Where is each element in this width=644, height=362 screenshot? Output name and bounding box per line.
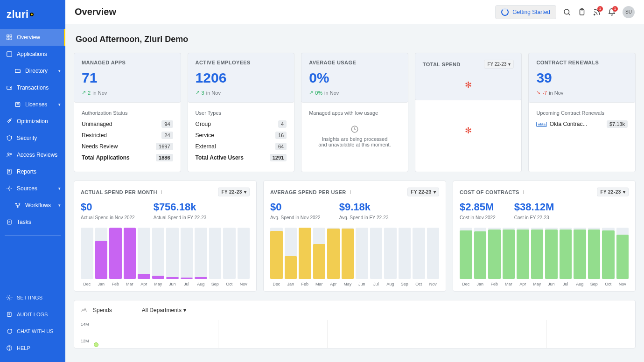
feed-icon[interactable]: 1 (593, 8, 601, 16)
spends-label: Spends (93, 307, 112, 313)
bar-fill (342, 229, 354, 279)
bar-track (616, 228, 629, 279)
kpi-delta-value: 3 (202, 90, 204, 96)
bar-label: Aug (576, 282, 583, 286)
fy-chip-label: FY 22-23 (221, 189, 242, 195)
fy-selector[interactable]: FY 22-23▾ (597, 188, 629, 196)
kpi-label: AVERAGE USAGE (309, 60, 400, 65)
getting-started-button[interactable]: Getting Started (495, 5, 556, 19)
bar-fill (517, 230, 529, 279)
info-icon[interactable]: i (161, 189, 162, 195)
bar-track (399, 228, 411, 279)
clipboard-icon[interactable] (578, 8, 586, 16)
svg-point-14 (19, 203, 20, 204)
list-item[interactable]: Unmanaged94 (82, 120, 173, 128)
row-label: Service (196, 132, 214, 139)
bar-column: Jan (95, 228, 108, 286)
sidebar-item-licenses[interactable]: Licenses▾ (0, 96, 65, 113)
fy-selector[interactable]: FY 22-23 ▾ (484, 60, 514, 69)
info-icon[interactable]: i (523, 189, 525, 195)
bar-column: May (342, 228, 354, 286)
sidebar-item-applications[interactable]: Applications (0, 46, 65, 63)
bar-chart: DecJanFebMarAprMayJunJulAugSepOctNov (460, 226, 629, 286)
main-pane: Overview Getting Started 1 1 SU Go (65, 0, 644, 362)
info-icon[interactable]: i (350, 189, 351, 195)
kpi-header: MANAGED APPS 71 ↗ 2 in Nov (74, 53, 181, 103)
kpi-delta: ↗ 0% in Nov (309, 90, 400, 96)
bar-column: Jan (474, 228, 487, 286)
sidebar-item-chat[interactable]: CHAT WITH US (0, 323, 65, 340)
bar-label: Jul (563, 282, 568, 286)
sidebar-item-sources[interactable]: Sources▾ (0, 180, 65, 197)
progress-ring-icon (501, 8, 509, 16)
sidebar-item-overview[interactable]: Overview (0, 29, 65, 46)
fy-chip-label: FY 22-23 (411, 189, 431, 195)
kpi-total-spend: TOTAL SPEND FY 22-23 ▾ (415, 53, 522, 172)
trend-up-icon: ↗ (309, 90, 313, 96)
bar-column: Nov (616, 228, 629, 286)
bar-fill (503, 230, 515, 279)
bar-column: Apr (327, 228, 340, 286)
bar-column: Jun (356, 228, 368, 286)
charts-row: ACTUAL SPEND PER MONTH i FY 22-23▾ $0Act… (74, 181, 636, 292)
bar-label: Dec (83, 282, 91, 286)
chevron-down-icon: ▾ (508, 62, 511, 67)
chart-metric-sub: Cost in FY 22-23 (514, 215, 554, 220)
list-item[interactable]: Service16 (196, 132, 287, 139)
list-item[interactable]: Restricted24 (82, 132, 173, 139)
row-badge: 94 (161, 120, 173, 128)
row-label: Total Active Users (196, 154, 244, 161)
chart-avg-spend: AVERAGE SPEND PER USER i FY 22-23▾ $0Avg… (263, 181, 446, 292)
sidebar-item-reports[interactable]: Reports (0, 163, 65, 180)
avatar[interactable]: SU (623, 6, 635, 18)
bar-fill (460, 230, 472, 279)
bar-fill (602, 230, 615, 279)
department-filter-label: All Departments (142, 307, 182, 313)
department-filter[interactable]: All Departments ▾ (142, 307, 186, 313)
bar-label: Feb (301, 282, 308, 286)
spends-card: Spends All Departments ▾ 14M 12M (74, 300, 636, 348)
bar-label: Mar (505, 282, 512, 286)
bar-column: Oct (602, 228, 615, 286)
sidebar-item-workflows[interactable]: Workflows▾ (0, 197, 65, 214)
sidebar-item-settings[interactable]: SETTINGS (0, 289, 65, 306)
bar-fill (195, 277, 207, 279)
svg-rect-0 (7, 35, 9, 37)
spark-icon (81, 307, 87, 313)
bar-track (238, 228, 250, 279)
contract-item[interactable]: oktaOkta Contrac...$7.13k (536, 120, 628, 128)
list-item[interactable]: Needs Review1697 (82, 143, 173, 150)
sidebar-item-tasks[interactable]: Tasks (0, 214, 65, 230)
sidebar-item-help[interactable]: HELP (0, 340, 65, 356)
fy-selector[interactable]: FY 22-23▾ (407, 188, 439, 196)
svg-rect-3 (10, 38, 12, 40)
bar-fill (488, 230, 501, 279)
bar-label: Jan (476, 282, 483, 286)
sidebar-item-directory[interactable]: Directory▾ (0, 63, 65, 79)
row-badge: 1291 (270, 154, 287, 161)
bar-column: Jul (370, 228, 383, 286)
sidebar-item-access-reviews[interactable]: Access Reviews (0, 146, 65, 163)
sidebar-item-label: CHAT WITH US (17, 328, 53, 334)
sidebar-item-optimization[interactable]: Optimization (0, 113, 65, 130)
list-item[interactable]: Group4 (196, 120, 287, 128)
sidebar-item-transactions[interactable]: Transactions (0, 79, 65, 96)
sidebar-item-auditlogs[interactable]: AUDIT LOGS (0, 306, 65, 323)
bar-column: Mar (313, 228, 326, 286)
bar-track (313, 228, 326, 279)
bar-fill (124, 228, 136, 279)
bar-label: Jul (184, 282, 189, 286)
bar-track (560, 228, 572, 279)
bar-fill (285, 256, 297, 279)
sidebar-item-security[interactable]: Security (0, 130, 65, 146)
bar-label: Jan (287, 282, 294, 286)
search-icon[interactable] (563, 8, 571, 16)
logo-dot-icon (30, 13, 34, 16)
fy-selector[interactable]: FY 22-23▾ (218, 188, 250, 196)
chart-metric-sub: Actual Spend in FY 22-23 (154, 215, 207, 220)
trend-down-icon: ↘ (536, 90, 540, 96)
kpi-contract-renewals: CONTRACT RENEWALS 39 ↘ -7 in Nov Upcomin… (528, 53, 636, 172)
bar-track (81, 228, 93, 279)
list-item[interactable]: External64 (196, 143, 287, 150)
bell-icon[interactable]: 1 (608, 8, 616, 16)
